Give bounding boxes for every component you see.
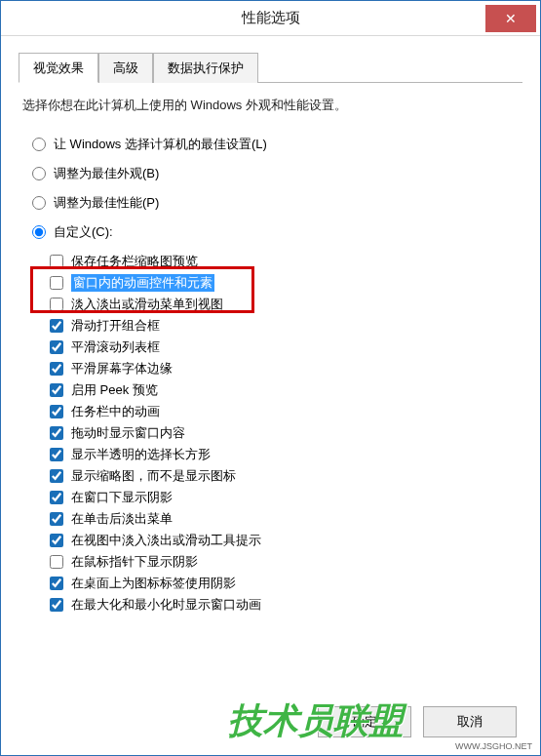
tab-label: 高级: [113, 60, 138, 75]
radio-custom[interactable]: 自定义(C):: [32, 223, 522, 241]
radio-input[interactable]: [32, 167, 46, 180]
checkbox-list: 保存任务栏缩略图预览窗口内的动画控件和元素淡入淡出或滑动菜单到视图滑动打开组合框…: [50, 253, 522, 614]
checkbox-label: 淡入淡出或滑动菜单到视图: [71, 296, 223, 313]
radio-group: 让 Windows 选择计算机的最佳设置(L) 调整为最佳外观(B) 调整为最佳…: [32, 136, 522, 241]
checkbox-item[interactable]: 在最大化和最小化时显示窗口动画: [50, 596, 522, 614]
radio-label: 自定义(C):: [54, 223, 113, 241]
checkbox-label: 在桌面上为图标标签使用阴影: [71, 575, 236, 592]
checkbox-input[interactable]: [50, 555, 63, 569]
tab-visual-effects[interactable]: 视觉效果: [19, 53, 98, 83]
checkbox-label: 显示半透明的选择长方形: [71, 446, 211, 463]
checkbox-item[interactable]: 在视图中淡入淡出或滑动工具提示: [50, 532, 522, 549]
checkbox-item[interactable]: 在单击后淡出菜单: [50, 510, 522, 528]
ok-button[interactable]: 确定: [318, 706, 411, 737]
checkbox-label: 平滑屏幕字体边缘: [71, 360, 173, 378]
checkbox-input[interactable]: [50, 383, 63, 397]
cancel-button[interactable]: 取消: [423, 706, 517, 737]
radio-best-appearance[interactable]: 调整为最佳外观(B): [32, 165, 522, 182]
tab-label: 视觉效果: [33, 60, 84, 75]
checkbox-item[interactable]: 滑动打开组合框: [50, 317, 522, 335]
radio-let-windows-choose[interactable]: 让 Windows 选择计算机的最佳设置(L): [32, 136, 522, 153]
checkbox-input[interactable]: [50, 448, 63, 461]
checkbox-input[interactable]: [50, 362, 63, 376]
close-icon: ✕: [505, 11, 517, 26]
radio-label: 调整为最佳外观(B): [54, 165, 159, 182]
checkbox-item[interactable]: 拖动时显示窗口内容: [50, 424, 522, 442]
checkbox-item[interactable]: 窗口内的动画控件和元素: [50, 274, 522, 292]
checkbox-item[interactable]: 保存任务栏缩略图预览: [50, 253, 522, 270]
button-label: 确定: [352, 714, 377, 729]
checkbox-item[interactable]: 平滑滚动列表框: [50, 338, 522, 356]
checkbox-label: 拖动时显示窗口内容: [71, 424, 185, 442]
radio-best-performance[interactable]: 调整为最佳性能(P): [32, 194, 522, 212]
checkbox-label: 滑动打开组合框: [71, 317, 160, 335]
description-text: 选择你想在此计算机上使用的 Windows 外观和性能设置。: [22, 97, 519, 114]
checkbox-label: 在窗口下显示阴影: [71, 489, 173, 506]
tab-label: 数据执行保护: [168, 60, 244, 75]
checkbox-item[interactable]: 显示缩略图，而不是显示图标: [50, 467, 522, 485]
checkbox-input[interactable]: [50, 298, 63, 311]
checkbox-input[interactable]: [50, 491, 63, 504]
checkbox-input[interactable]: [50, 319, 63, 333]
radio-label: 让 Windows 选择计算机的最佳设置(L): [54, 136, 267, 153]
checkbox-label: 在鼠标指针下显示阴影: [71, 553, 198, 571]
checkbox-label: 在最大化和最小化时显示窗口动画: [71, 596, 261, 614]
tab-strip: 视觉效果 高级 数据执行保护: [19, 52, 522, 83]
checkbox-input[interactable]: [50, 469, 63, 483]
checkbox-item[interactable]: 平滑屏幕字体边缘: [50, 360, 522, 378]
tab-advanced[interactable]: 高级: [98, 53, 153, 83]
checkbox-label: 任务栏中的动画: [71, 403, 160, 420]
checkbox-input[interactable]: [50, 405, 63, 418]
watermark-url: WWW.JSGHO.NET: [455, 741, 532, 751]
checkbox-input[interactable]: [50, 276, 63, 290]
checkbox-label: 显示缩略图，而不是显示图标: [71, 467, 236, 485]
checkbox-label: 在视图中淡入淡出或滑动工具提示: [71, 532, 261, 549]
titlebar: 性能选项 ✕: [1, 1, 540, 36]
checkbox-input[interactable]: [50, 598, 63, 612]
content-area: 视觉效果 高级 数据执行保护 选择你想在此计算机上使用的 Windows 外观和…: [1, 36, 540, 614]
tab-dep[interactable]: 数据执行保护: [153, 53, 258, 83]
radio-label: 调整为最佳性能(P): [54, 194, 159, 212]
radio-input[interactable]: [32, 196, 46, 210]
checkbox-input[interactable]: [50, 255, 63, 268]
radio-input[interactable]: [32, 225, 46, 239]
checkbox-item[interactable]: 在鼠标指针下显示阴影: [50, 553, 522, 571]
checkbox-item[interactable]: 启用 Peek 预览: [50, 381, 522, 399]
checkbox-input[interactable]: [50, 426, 63, 440]
checkbox-label: 窗口内的动画控件和元素: [71, 274, 214, 292]
checkbox-item[interactable]: 任务栏中的动画: [50, 403, 522, 420]
radio-input[interactable]: [32, 138, 46, 151]
checkbox-item[interactable]: 在窗口下显示阴影: [50, 489, 522, 506]
button-label: 取消: [457, 714, 483, 729]
checkbox-item[interactable]: 在桌面上为图标标签使用阴影: [50, 575, 522, 592]
checkbox-item[interactable]: 显示半透明的选择长方形: [50, 446, 522, 463]
checkbox-label: 平滑滚动列表框: [71, 338, 160, 356]
checkbox-input[interactable]: [50, 512, 63, 526]
checkbox-label: 启用 Peek 预览: [71, 381, 158, 399]
button-bar: 确定 取消: [318, 706, 517, 737]
checkbox-label: 保存任务栏缩略图预览: [71, 253, 198, 270]
close-button[interactable]: ✕: [485, 5, 536, 32]
checkbox-input[interactable]: [50, 340, 63, 354]
checkbox-input[interactable]: [50, 534, 63, 547]
checkbox-input[interactable]: [50, 577, 63, 590]
performance-options-window: 性能选项 ✕ 视觉效果 高级 数据执行保护 选择你想在此计算机上使用的 Wind…: [0, 0, 541, 756]
checkbox-item[interactable]: 淡入淡出或滑动菜单到视图: [50, 296, 522, 313]
window-title: 性能选项: [1, 9, 540, 27]
checkbox-label: 在单击后淡出菜单: [71, 510, 173, 528]
